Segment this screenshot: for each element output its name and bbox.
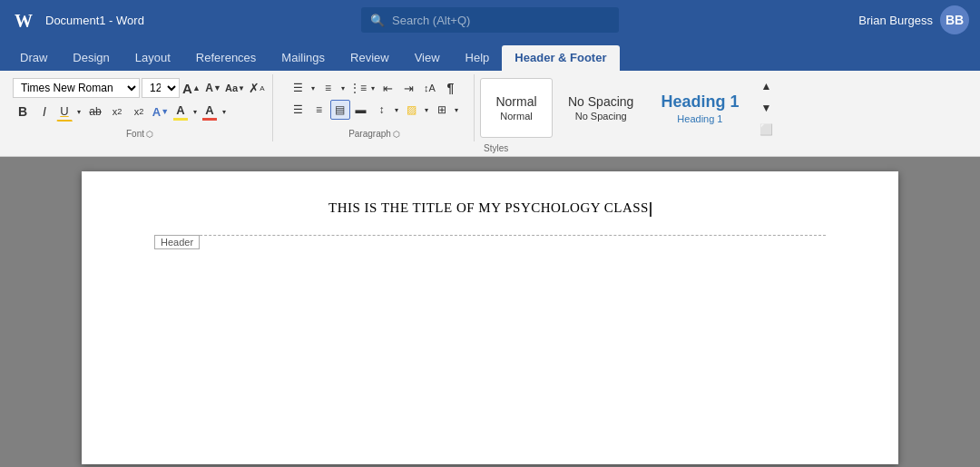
tab-help[interactable]: Help (453, 45, 503, 71)
strikethrough-btn[interactable]: ab (85, 102, 105, 122)
app-title: Document1 - Word (45, 14, 144, 27)
shading-group: ▨ ▾ (402, 100, 431, 120)
styles-group: Normal Normal No Spacing No Spacing Head… (476, 74, 973, 156)
user-area: Brian Burgess BB (858, 5, 969, 34)
styles-group-label: Styles (480, 141, 969, 156)
search-input[interactable] (392, 14, 610, 27)
svg-text:W: W (15, 11, 33, 31)
multilevel-group: ⋮≡ ▾ (348, 78, 377, 98)
font-family-select[interactable]: Times New Roman (13, 78, 140, 98)
line-spacing-group: ↕ ▾ (372, 100, 401, 120)
align-center-btn[interactable]: ≡ (309, 100, 329, 120)
font-row1: Times New Roman 12 A▲ A▼ Aa▼ ✗A (13, 78, 267, 98)
superscript-btn[interactable]: x2 (129, 102, 149, 122)
borders-dropdown[interactable]: ▾ (452, 100, 461, 120)
clear-formatting-btn[interactable]: ✗A (247, 78, 267, 98)
bullet-list-group: ☰ ▾ (289, 78, 318, 98)
style-normal-preview: Normal (495, 94, 536, 109)
document-area: THIS IS THE TITLE OF MY PSYCHOLOGY CLASS… (0, 157, 980, 467)
sort-btn[interactable]: ↕A (420, 78, 440, 98)
highlight-dropdown-btn[interactable]: ▾ (191, 102, 200, 122)
increase-font-btn[interactable]: A▲ (181, 78, 201, 98)
bullet-list-btn[interactable]: ☰ (289, 78, 309, 98)
style-no-spacing[interactable]: No Spacing No Spacing (556, 78, 645, 138)
header-content[interactable] (154, 243, 826, 297)
bullet-list-dropdown[interactable]: ▾ (309, 78, 318, 98)
numbered-list-dropdown[interactable]: ▾ (338, 78, 348, 98)
document-page[interactable]: THIS IS THE TITLE OF MY PSYCHOLOGY CLASS… (82, 171, 898, 464)
bold-btn[interactable]: B (13, 102, 33, 122)
underline-btn[interactable]: U (56, 102, 73, 122)
borders-group: ⊞ ▾ (432, 100, 461, 120)
tab-references[interactable]: References (183, 45, 269, 71)
align-left-btn[interactable]: ☰ (289, 100, 309, 120)
highlight-btn-group: A (172, 102, 189, 122)
search-icon: 🔍 (370, 14, 385, 27)
font-color-btn-group: A (201, 102, 218, 122)
font-color-btn[interactable]: A (201, 102, 218, 122)
header-area[interactable]: Header (154, 235, 826, 297)
avatar: BB (940, 5, 969, 34)
font-expand-icon[interactable]: ⬡ (146, 130, 153, 139)
tab-review[interactable]: Review (338, 45, 402, 71)
underline-dropdown-btn[interactable]: ▾ (74, 102, 83, 122)
header-label: Header (154, 235, 200, 249)
text-cursor (650, 202, 652, 217)
font-color-dropdown-btn[interactable]: ▾ (220, 102, 229, 122)
title-bar: W Document1 - Word 🔍 Brian Burgess BB (0, 0, 980, 40)
multilevel-btn[interactable]: ⋮≡ (348, 78, 368, 98)
paragraph-group-label: Paragraph ⬡ (279, 127, 470, 141)
font-row2: B I U ▾ ab x2 x2 A▼ A ▾ (13, 102, 229, 122)
styles-expand-btn[interactable]: ⬜ (756, 120, 776, 140)
word-logo: W (11, 7, 36, 33)
tab-header-footer[interactable]: Header & Footer (502, 45, 619, 71)
multilevel-dropdown[interactable]: ▾ (368, 78, 377, 98)
line-spacing-dropdown[interactable]: ▾ (392, 100, 401, 120)
style-heading1[interactable]: Heading 1 Heading 1 (649, 78, 750, 138)
font-group: Times New Roman 12 A▲ A▼ Aa▼ ✗A B I U ▾ … (7, 74, 273, 141)
tab-mailings[interactable]: Mailings (269, 45, 338, 71)
styles-scroll-down-btn[interactable]: ▼ (756, 98, 776, 118)
numbered-list-group: ≡ ▾ (318, 78, 348, 98)
increase-indent-btn[interactable]: ⇥ (399, 78, 419, 98)
numbered-list-btn[interactable]: ≡ (318, 78, 338, 98)
style-heading1-preview: Heading 1 (661, 92, 739, 112)
align-right-btn[interactable]: ▤ (330, 100, 350, 120)
style-heading1-label: Heading 1 (677, 113, 722, 124)
ribbon-tab-bar: Draw Design Layout References Mailings R… (0, 40, 980, 71)
para-row1: ☰ ▾ ≡ ▾ ⋮≡ ▾ ⇤ ⇥ ↕A ¶ (289, 78, 461, 98)
tab-layout[interactable]: Layout (122, 45, 183, 71)
document-title[interactable]: THIS IS THE TITLE OF MY PSYCHOLOGY CLASS (154, 200, 826, 217)
highlight-color-btn[interactable]: A (172, 102, 189, 122)
style-normal[interactable]: Normal Normal (480, 78, 553, 138)
para-row2: ☰ ≡ ▤ ▬ ↕ ▾ ▨ ▾ ⊞ ▾ (289, 100, 461, 120)
change-case-btn[interactable]: Aa▼ (225, 78, 245, 98)
user-name: Brian Burgess (858, 14, 933, 27)
styles-items: Normal Normal No Spacing No Spacing Head… (480, 76, 776, 140)
borders-btn[interactable]: ⊞ (432, 100, 452, 120)
style-nospacing-preview: No Spacing (568, 94, 633, 109)
italic-btn[interactable]: I (34, 102, 54, 122)
font-group-label: Font ⬡ (13, 127, 267, 141)
show-formatting-btn[interactable]: ¶ (441, 78, 461, 98)
style-normal-label: Normal (500, 111, 532, 122)
tab-view[interactable]: View (402, 45, 453, 71)
line-spacing-btn[interactable]: ↕ (372, 100, 392, 120)
text-effects-btn[interactable]: A▼ (151, 102, 171, 122)
search-bar[interactable]: 🔍 (361, 7, 619, 33)
style-nospacing-label: No Spacing (575, 111, 627, 122)
justify-btn[interactable]: ▬ (351, 100, 371, 120)
subscript-btn[interactable]: x2 (107, 102, 127, 122)
tab-design[interactable]: Design (60, 45, 122, 71)
paragraph-group: ☰ ▾ ≡ ▾ ⋮≡ ▾ ⇤ ⇥ ↕A ¶ ☰ (275, 74, 475, 141)
tab-draw[interactable]: Draw (7, 45, 60, 71)
shading-btn[interactable]: ▨ (402, 100, 422, 120)
decrease-indent-btn[interactable]: ⇤ (378, 78, 398, 98)
decrease-font-btn[interactable]: A▼ (203, 78, 223, 98)
paragraph-expand-icon[interactable]: ⬡ (393, 130, 400, 139)
ribbon: Times New Roman 12 A▲ A▼ Aa▼ ✗A B I U ▾ … (0, 71, 980, 157)
styles-scroll-up-btn[interactable]: ▲ (756, 76, 776, 96)
shading-dropdown[interactable]: ▾ (422, 100, 431, 120)
styles-nav: ▲ ▼ ⬜ (756, 76, 776, 140)
font-size-select[interactable]: 12 (142, 78, 180, 98)
